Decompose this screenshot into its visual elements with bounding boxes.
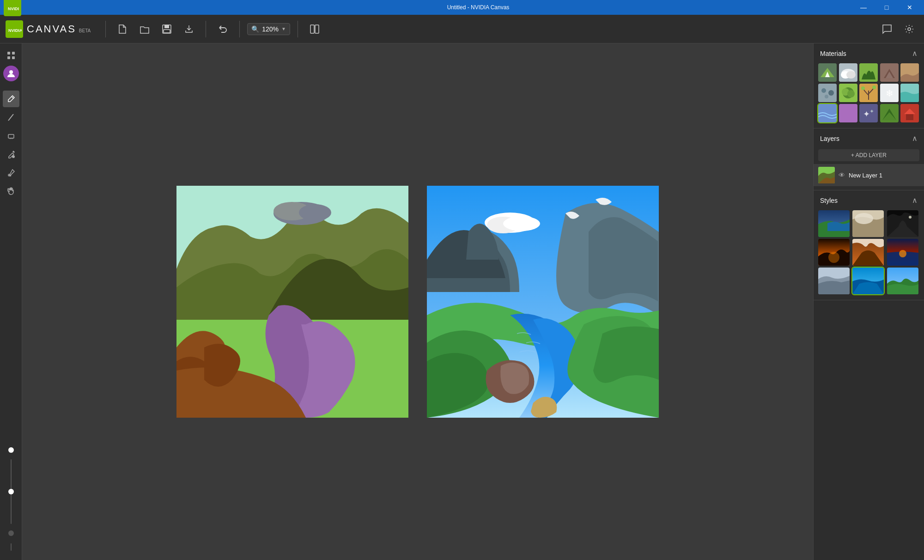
material-water-wave[interactable] [818, 104, 837, 122]
nvidia-logo: NVIDIA [4, 0, 21, 16]
svg-point-64 [855, 213, 873, 224]
layers-header: Layers ∧ [814, 128, 924, 146]
materials-grid: ❄ ✦✦ [814, 61, 924, 124]
material-red-temple[interactable] [900, 104, 919, 122]
undo-button[interactable] [213, 20, 232, 38]
save-file-button[interactable] [158, 20, 176, 38]
materials-section: Materials ∧ [814, 43, 924, 128]
material-mountain-green2[interactable] [880, 104, 899, 122]
nvidia-logo-toolbar: NVIDIA [6, 20, 23, 38]
materials-collapse-button[interactable]: ∧ [912, 49, 918, 58]
minimize-button[interactable]: — [853, 0, 874, 15]
app-logo-area: NVIDIA CANVAS BETA [6, 20, 91, 38]
material-gravel[interactable] [818, 84, 837, 102]
hand-tool-button[interactable] [3, 183, 19, 200]
svg-point-44 [847, 90, 855, 97]
svg-point-17 [12, 155, 15, 158]
svg-text:✦: ✦ [869, 108, 874, 115]
fill-tool-button[interactable] [3, 146, 19, 163]
eraser-tool-button[interactable] [3, 128, 19, 144]
beta-label: BETA [79, 28, 91, 33]
style-item-4[interactable] [852, 239, 884, 266]
layer-thumbnail-0 [818, 167, 835, 183]
svg-rect-54 [839, 104, 857, 122]
segmentation-canvas[interactable] [176, 186, 408, 418]
brush-tool-button[interactable] [3, 91, 19, 107]
segmentation-panel[interactable] [176, 186, 408, 418]
photo-canvas[interactable] [427, 186, 659, 418]
svg-point-38 [821, 88, 826, 93]
style-item-6[interactable] [818, 268, 850, 294]
svg-text:❄: ❄ [886, 88, 894, 98]
material-purple[interactable] [839, 104, 857, 122]
svg-point-71 [899, 250, 906, 257]
styles-collapse-button[interactable]: ∧ [912, 196, 918, 205]
material-sparkle[interactable]: ✦✦ [859, 104, 878, 122]
line-tool-button[interactable] [3, 109, 19, 126]
style-item-3[interactable] [818, 239, 850, 266]
compare-button[interactable] [305, 20, 324, 38]
svg-text:NVIDIA: NVIDIA [8, 6, 19, 11]
brush-size-control [8, 447, 14, 536]
open-file-button[interactable] [135, 20, 154, 38]
export-button[interactable] [180, 20, 198, 38]
svg-rect-10 [7, 52, 10, 55]
svg-point-68 [828, 252, 839, 263]
svg-point-47 [872, 85, 876, 89]
material-bush[interactable] [839, 84, 857, 102]
layers-collapse-button[interactable]: ∧ [912, 134, 918, 143]
style-item-0[interactable] [818, 210, 850, 237]
styles-grid [814, 208, 924, 296]
photo-panel[interactable] [427, 186, 659, 418]
settings-button[interactable] [900, 20, 918, 38]
bottom-divider [11, 543, 12, 551]
svg-rect-11 [12, 52, 15, 55]
brush-opacity-handle[interactable] [8, 489, 14, 494]
material-snow-flat[interactable]: ❄ [880, 84, 899, 102]
title-bar: NVIDIA Untitled - NVIDIA Canvas — □ ✕ [0, 0, 924, 15]
window-title: Untitled - NVIDIA Canvas [103, 4, 853, 11]
slider-top-dot [8, 447, 14, 453]
svg-point-14 [9, 70, 13, 74]
material-grass[interactable] [859, 63, 878, 82]
style-item-1[interactable] [852, 210, 884, 237]
layer-item-0[interactable]: 👁 New Layer 1 [814, 164, 924, 186]
maximize-button[interactable]: □ [876, 0, 897, 15]
app-title: CANVAS [27, 23, 76, 35]
svg-rect-6 [164, 30, 170, 33]
layer-name-0: New Layer 1 [849, 172, 882, 179]
chat-button[interactable] [878, 20, 896, 38]
material-desert-plant[interactable] [859, 84, 878, 102]
material-rock-desert[interactable] [880, 63, 899, 82]
style-item-5[interactable] [887, 239, 918, 266]
new-file-button[interactable] [113, 20, 132, 38]
user-avatar[interactable] [3, 66, 19, 81]
divider-4 [298, 21, 298, 37]
svg-point-40 [825, 95, 828, 98]
material-mountain-snow[interactable] [818, 63, 837, 82]
material-teal[interactable] [900, 84, 919, 102]
toolbar: NVIDIA CANVAS BETA [0, 15, 924, 43]
zoom-search-icon: 🔍 [251, 25, 259, 33]
divider-2 [206, 21, 206, 37]
add-layer-button[interactable]: + ADD LAYER [818, 149, 919, 161]
svg-point-24 [299, 204, 331, 221]
close-button[interactable]: ✕ [899, 0, 920, 15]
material-sand-dune[interactable] [900, 63, 919, 82]
layer-visibility-button-0[interactable]: 👁 [839, 171, 845, 179]
zoom-control[interactable]: 🔍 120% ▼ [247, 23, 290, 35]
grid-tool-button[interactable] [3, 47, 19, 64]
svg-point-9 [908, 28, 911, 30]
svg-rect-60 [906, 113, 913, 120]
styles-header: Styles ∧ [814, 190, 924, 208]
style-item-2[interactable] [887, 210, 918, 237]
material-cloud[interactable] [839, 63, 857, 82]
eyedropper-tool-button[interactable] [3, 164, 19, 181]
svg-rect-13 [12, 56, 15, 59]
style-item-7[interactable] [852, 268, 884, 294]
divider-1 [105, 21, 106, 37]
style-item-8[interactable] [887, 268, 918, 294]
materials-header: Materials ∧ [814, 43, 924, 61]
zoom-dropdown-icon: ▼ [281, 26, 286, 31]
svg-text:NVIDIA: NVIDIA [8, 28, 22, 33]
